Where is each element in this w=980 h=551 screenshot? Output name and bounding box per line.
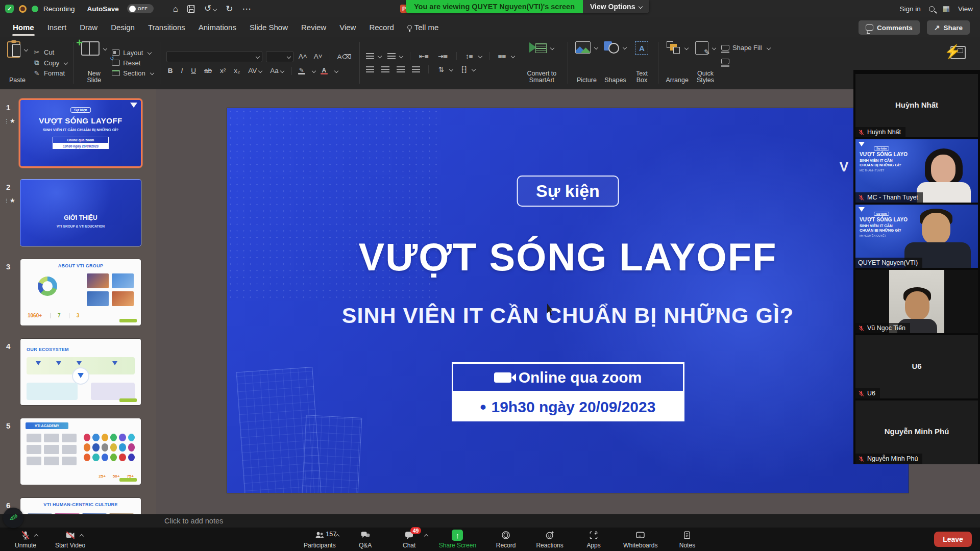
tab-insert[interactable]: Insert: [41, 18, 74, 37]
sign-in-link[interactable]: Sign in: [900, 5, 921, 13]
home-icon[interactable]: ⌂: [173, 5, 178, 13]
chevron-up-icon[interactable]: [424, 534, 428, 538]
search-icon[interactable]: [929, 6, 935, 12]
shape-outline-button[interactable]: [721, 59, 770, 64]
align-right-icon[interactable]: [397, 66, 405, 72]
view-menu[interactable]: View: [958, 5, 973, 13]
participants-button[interactable]: 157 Participants: [304, 528, 336, 551]
participant-tile[interactable]: U6 U6: [855, 335, 978, 398]
chevron-up-icon[interactable]: [79, 534, 83, 538]
notes-button[interactable]: Notes: [673, 528, 701, 551]
slide-thumbnail-1[interactable]: Sự kiện VƯỢT SÓNG LAYOFF SINH VIÊN IT CẦ…: [20, 100, 141, 166]
decrease-indent-button[interactable]: ⇤≡: [418, 52, 430, 60]
save-icon[interactable]: [187, 5, 195, 13]
align-left-icon[interactable]: [366, 66, 374, 72]
whiteboards-button[interactable]: Whiteboards: [623, 528, 657, 551]
reactions-button[interactable]: Reactions: [535, 528, 564, 551]
quick-styles-button[interactable]: Quick Styles: [692, 40, 719, 86]
participant-tile[interactable]: Sự kiện VƯỢT SÓNG LAYO SINH VIÊN IT CẦN …: [855, 139, 978, 203]
participant-tile[interactable]: Nguyễn Minh Phú Nguyễn Minh Phú: [855, 400, 978, 464]
increase-font-button[interactable]: A˄: [297, 53, 309, 60]
shape-fill-button[interactable]: Shape Fill: [721, 44, 770, 52]
layout-button[interactable]: Layout: [112, 49, 153, 57]
participants-panel: Huỳnh Nhất Huỳnh Nhất Sự kiện VƯỢT SÓNG …: [853, 70, 980, 464]
leave-button[interactable]: Leave: [934, 532, 972, 547]
font-size-select[interactable]: [266, 51, 293, 62]
tab-design[interactable]: Design: [104, 18, 141, 37]
tab-draw[interactable]: Draw: [73, 18, 104, 37]
chat-button[interactable]: 49 Chat: [395, 528, 424, 551]
subscript-button[interactable]: x₂: [232, 67, 241, 74]
undo-button[interactable]: ↺: [204, 4, 216, 13]
increase-indent-button[interactable]: ⇥≡: [436, 52, 449, 60]
redo-icon[interactable]: ↻: [226, 5, 233, 13]
current-slide[interactable]: Sự kiện VƯỢT SÓNG LAYOFF SINH VIÊN IT CẦ…: [227, 108, 909, 493]
new-slide-button[interactable]: New Slide: [78, 40, 110, 86]
align-center-icon[interactable]: [381, 66, 389, 72]
slide-thumbnail-3[interactable]: ABOUT VTI GROUP 1060+ 7 3: [20, 259, 141, 325]
tab-tell-me[interactable]: Tell me: [401, 18, 446, 37]
align-text-button[interactable]: ⁅⁆: [460, 65, 476, 73]
bold-button[interactable]: B: [166, 67, 175, 74]
record-button[interactable]: Record: [492, 528, 520, 551]
cut-button[interactable]: ✂Cut: [33, 48, 67, 56]
bullets-button[interactable]: [366, 53, 381, 59]
unmute-button[interactable]: Unmute: [11, 528, 40, 551]
slide-thumbnail-2[interactable]: GIỚI THIỆU VTI GROUP & VTI EDUCATION: [20, 180, 141, 246]
paste-button[interactable]: Paste: [4, 40, 31, 86]
tab-record[interactable]: Record: [362, 18, 400, 37]
more-options-icon[interactable]: ⋯: [242, 5, 251, 13]
convert-smartart-button[interactable]: Convert to SmartArt: [520, 40, 564, 86]
underline-button[interactable]: U: [189, 67, 198, 74]
font-name-select[interactable]: [166, 51, 262, 62]
qa-button[interactable]: Q&A: [351, 528, 380, 551]
tab-animations[interactable]: Animations: [192, 18, 243, 37]
share-screen-button[interactable]: ↑ Share Screen: [439, 528, 476, 551]
participant-tile-active-speaker[interactable]: Sự kiện VƯỢT SÓNG LAYO SINH VIÊN IT CẦN …: [855, 205, 978, 268]
strikethrough-button[interactable]: ab: [203, 67, 213, 74]
slide-thumbnail-6[interactable]: VTI HUMAN-CENTRIC CULTURE: [20, 498, 141, 514]
tab-slide-show[interactable]: Slide Show: [243, 18, 295, 37]
tab-transitions[interactable]: Transitions: [141, 18, 192, 37]
autosave-toggle[interactable]: OFF: [127, 4, 154, 13]
character-spacing-button[interactable]: AV: [247, 67, 263, 74]
notes-bar[interactable]: Click to add notes: [0, 514, 980, 528]
tab-home[interactable]: Home: [6, 18, 41, 37]
app-grid-icon[interactable]: ▦: [943, 4, 950, 13]
designer-button[interactable]: ⚡: [944, 44, 966, 61]
line-spacing-button[interactable]: ↕≡: [464, 53, 482, 60]
tab-review[interactable]: Review: [295, 18, 333, 37]
reset-button[interactable]: Reset: [112, 59, 153, 67]
shapes-button[interactable]: Shapes: [601, 40, 629, 86]
share-button[interactable]: ↗ Share: [927, 20, 970, 35]
recording-label: Recording: [43, 5, 75, 13]
chevron-up-icon[interactable]: [34, 534, 38, 538]
italic-button[interactable]: I: [179, 67, 184, 74]
slide-thumbnail-5[interactable]: VTI ACADEMY 25+ 50+ 75+: [20, 418, 141, 485]
copy-button[interactable]: ⧉Copy: [33, 59, 67, 67]
decrease-font-button[interactable]: A˅: [312, 53, 324, 60]
justify-icon[interactable]: [412, 66, 420, 72]
section-button[interactable]: Section: [112, 69, 153, 77]
numbering-button[interactable]: [387, 53, 403, 59]
text-box-button[interactable]: A Text Box: [629, 40, 654, 86]
highlight-color-button[interactable]: ✎: [298, 67, 305, 74]
apps-button[interactable]: Apps: [579, 528, 608, 551]
start-video-button[interactable]: Start Video: [55, 528, 85, 551]
clear-formatting-button[interactable]: A⌫: [336, 53, 353, 61]
participant-tile[interactable]: Vũ Ngọc Tiến: [855, 270, 978, 333]
slide-thumbnail-4[interactable]: OUR ECOSYSTEM: [20, 339, 141, 405]
columns-button[interactable]: ≡≡: [497, 53, 515, 60]
change-case-button[interactable]: Aa: [268, 67, 285, 74]
picture-button[interactable]: Picture: [572, 40, 601, 86]
comments-button[interactable]: Comments: [859, 20, 920, 35]
view-options-button[interactable]: View Options: [583, 0, 649, 13]
arrange-button[interactable]: Arrange: [663, 40, 691, 86]
text-direction-button[interactable]: ⇅: [437, 65, 453, 73]
participant-tile[interactable]: Huỳnh Nhất Huỳnh Nhất: [855, 74, 978, 137]
format-painter-button[interactable]: ✎Format: [33, 69, 67, 77]
font-color-button[interactable]: A: [321, 67, 328, 74]
annotation-pencil-button[interactable]: ✎: [3, 508, 23, 528]
superscript-button[interactable]: x²: [218, 67, 227, 74]
tab-view[interactable]: View: [333, 18, 362, 37]
